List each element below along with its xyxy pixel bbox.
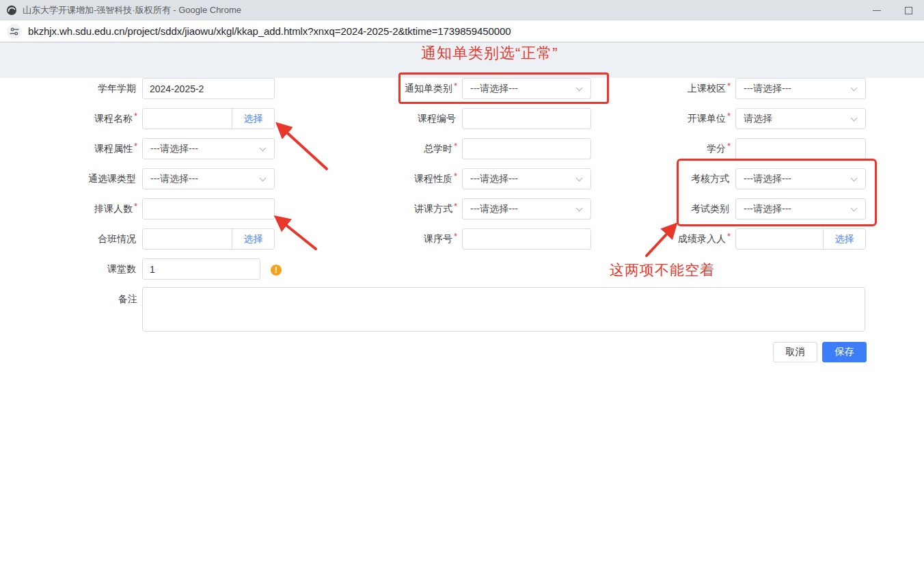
address-bar[interactable]: bkzhjx.wh.sdu.edu.cn/project/sddx/jiaowu…	[0, 21, 924, 42]
combined-class-choose-link[interactable]: 选择	[232, 229, 274, 249]
lecture-method-select[interactable]: ---请选择---	[462, 198, 591, 219]
combined-class-label: 合班情况	[98, 233, 136, 244]
cancel-button[interactable]: 取消	[773, 342, 817, 362]
combined-class-input[interactable]	[143, 229, 232, 249]
window-title: 山东大学开课增加-强智科技·版权所有 - Google Chrome	[23, 4, 241, 16]
scheduled-students-input[interactable]	[143, 199, 274, 219]
maximize-button[interactable]	[893, 0, 924, 21]
scheduled-students-label: 排课人数	[94, 203, 133, 214]
offering-department-label: 开课单位	[688, 113, 726, 124]
maximize-icon	[905, 7, 912, 14]
required-star: *	[134, 111, 137, 121]
lecture-method-label: 讲课方式	[414, 203, 452, 214]
course-code-input[interactable]	[463, 109, 590, 129]
campus-label: 上课校区	[688, 83, 726, 94]
course-attribute-label: 课程属性	[94, 143, 133, 154]
total-hours-label: 总学时	[424, 143, 452, 154]
grade-recorder-field[interactable]: 选择	[735, 228, 866, 250]
total-hours-field[interactable]	[462, 138, 591, 159]
notice-type-label: 通知单类别	[405, 83, 452, 94]
required-star: *	[727, 231, 731, 241]
remarks-textarea[interactable]	[142, 287, 865, 332]
class-count-field[interactable]	[142, 258, 260, 280]
class-count-row: 课堂数	[41, 258, 275, 280]
class-count-input[interactable]	[143, 259, 260, 279]
scheduled-students-field[interactable]	[142, 198, 275, 219]
general-elective-type-select[interactable]: ---请选择---	[142, 168, 275, 189]
page-icon	[6, 5, 17, 16]
general-elective-type-label: 通选课类型	[88, 173, 136, 184]
course-name-row: 课程名称* 选择	[41, 108, 275, 129]
form-column-1: 学年学期 课程名称* 选择 课程属性* ---请选择--- 通选课类型 ---请…	[41, 78, 275, 289]
course-code-label: 课程编号	[418, 113, 456, 124]
course-sequence-field[interactable]	[462, 228, 591, 250]
annotation-top-note: 通知单类别选“正常”	[421, 43, 558, 64]
required-star: *	[454, 81, 457, 91]
arrow-to-scheduled-students	[278, 219, 316, 249]
minimize-icon	[873, 10, 881, 11]
window-titlebar: 山东大学开课增加-强智科技·版权所有 - Google Chrome	[0, 0, 924, 21]
exam-category-select[interactable]: ---请选择---	[735, 198, 866, 219]
combined-class-field[interactable]: 选择	[142, 228, 275, 250]
grade-recorder-row: 成绩录入人* 选择	[629, 228, 866, 250]
remarks-label: 备注	[118, 293, 137, 304]
combined-class-row: 合班情况 选择	[41, 228, 275, 250]
campus-row: 上课校区* ---请选择---	[629, 78, 866, 99]
course-sequence-input[interactable]	[463, 229, 590, 249]
required-star: *	[454, 231, 457, 241]
grade-recorder-label: 成绩录入人	[678, 233, 726, 244]
required-star: *	[727, 141, 731, 151]
course-nature-label: 课程性质	[414, 173, 452, 184]
form-column-3: 上课校区* ---请选择--- 开课单位* 请选择 学分* 考核方式 ---请选…	[629, 78, 866, 258]
campus-select[interactable]: ---请选择---	[735, 78, 866, 99]
assessment-method-row: 考核方式 ---请选择---	[629, 168, 866, 189]
required-star: *	[727, 111, 731, 121]
url-text[interactable]: bkzhjx.wh.sdu.edu.cn/project/sddx/jiaowu…	[28, 25, 511, 37]
course-sequence-label: 课序号	[424, 233, 452, 244]
arrow-to-course-name-choose	[280, 126, 327, 169]
window-controls	[861, 0, 924, 21]
exam-category-row: 考试类别 ---请选择---	[629, 198, 866, 219]
general-elective-type-row: 通选课类型 ---请选择---	[41, 168, 275, 189]
semester-label: 学年学期	[98, 83, 136, 94]
course-name-label: 课程名称	[94, 113, 133, 124]
course-name-field[interactable]: 选择	[142, 108, 275, 129]
course-code-field[interactable]	[462, 108, 591, 129]
credits-label: 学分	[707, 143, 726, 154]
grade-recorder-choose-link[interactable]: 选择	[823, 229, 865, 249]
credits-input[interactable]	[736, 139, 865, 159]
semester-row: 学年学期	[41, 78, 275, 99]
credits-field[interactable]	[735, 138, 866, 159]
assessment-method-select[interactable]: ---请选择---	[735, 168, 866, 189]
semester-field[interactable]	[142, 78, 275, 99]
annotation-bottom-note: 这两项不能空着	[610, 260, 715, 280]
course-nature-select[interactable]: ---请选择---	[462, 168, 591, 189]
course-name-input[interactable]	[143, 109, 232, 129]
course-name-choose-link[interactable]: 选择	[232, 109, 274, 129]
course-nature-row: 课程性质* ---请选择---	[355, 168, 591, 189]
offering-department-row: 开课单位* 请选择	[629, 108, 866, 129]
class-count-label: 课堂数	[107, 263, 136, 274]
site-settings-icon[interactable]	[7, 24, 22, 39]
required-star: *	[134, 141, 137, 151]
total-hours-row: 总学时*	[355, 138, 591, 159]
offering-department-select[interactable]: 请选择	[735, 108, 866, 129]
course-code-row: 课程编号	[355, 108, 591, 129]
required-star: *	[454, 141, 457, 151]
course-attribute-select[interactable]: ---请选择---	[142, 138, 275, 159]
total-hours-input[interactable]	[463, 139, 590, 159]
course-sequence-row: 课序号*	[355, 228, 591, 250]
lecture-method-row: 讲课方式* ---请选择---	[355, 198, 591, 219]
warning-icon: !	[271, 265, 282, 276]
required-star: *	[727, 81, 731, 91]
required-star: *	[454, 171, 457, 181]
semester-input[interactable]	[143, 79, 274, 98]
exam-category-label: 考试类别	[691, 203, 729, 214]
scheduled-students-row: 排课人数*	[41, 198, 275, 219]
course-attribute-row: 课程属性* ---请选择---	[41, 138, 275, 159]
minimize-button[interactable]	[861, 0, 893, 21]
save-button[interactable]: 保存	[822, 342, 867, 362]
form-column-2: 通知单类别* ---请选择--- 课程编号 总学时* 课程性质* ---请选择-…	[355, 78, 591, 258]
grade-recorder-input[interactable]	[736, 229, 823, 249]
notice-type-select[interactable]: ---请选择---	[462, 78, 591, 99]
